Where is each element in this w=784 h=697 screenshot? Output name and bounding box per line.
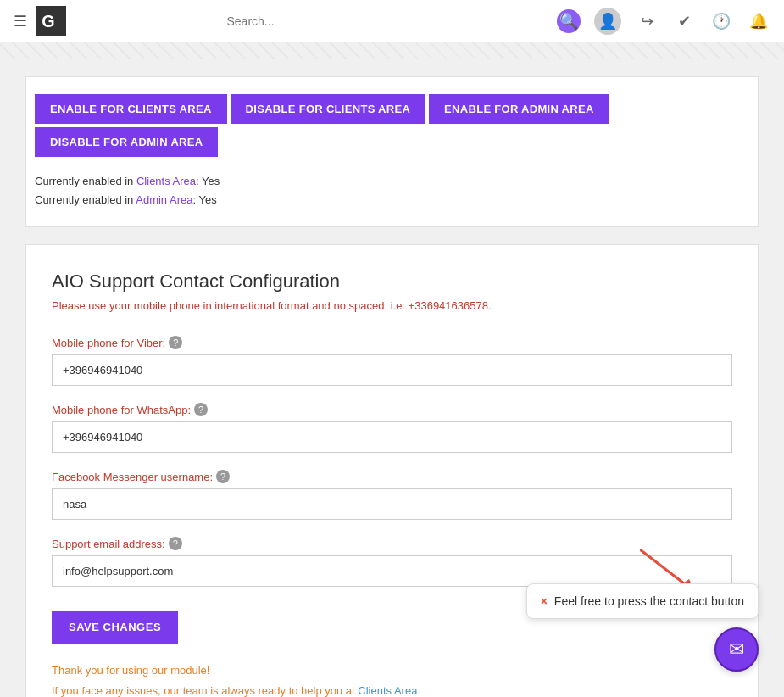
search-container <box>66 14 557 29</box>
status-text: Currently enabled in Clients Area: Yes C… <box>35 172 749 209</box>
header-icons: 🔍 👤 ↪ ✔ 🕐 🔔 <box>557 8 770 35</box>
viber-input[interactable] <box>52 354 732 386</box>
email-help-icon[interactable]: ? <box>169 537 182 550</box>
config-subtitle: Please use your mobile phone in internat… <box>52 299 732 312</box>
facebook-label: Facebook Messenger username: ? <box>52 470 732 483</box>
viber-field-group: Mobile phone for Viber: ? <box>52 336 732 386</box>
svg-text:G: G <box>42 12 54 31</box>
search-input[interactable] <box>227 14 397 28</box>
chat-bubble-close[interactable]: × <box>541 594 548 608</box>
chat-bubble: × Feel free to press the contact button <box>526 583 759 619</box>
facebook-help-icon[interactable]: ? <box>216 470 230 483</box>
email-label: Support email address: ? <box>52 537 732 550</box>
bell-icon[interactable]: 🔔 <box>747 9 770 33</box>
admin-area-highlight: Admin Area <box>136 193 192 206</box>
chat-widget: × Feel free to press the contact button … <box>526 575 759 672</box>
clients-area-link[interactable]: Clients Area <box>358 684 417 697</box>
disable-clients-button[interactable]: DISABLE FOR CLIENTS AREA <box>231 94 426 124</box>
enable-admin-button[interactable]: ENABLE FOR ADMIN AREA <box>429 94 609 124</box>
share-icon[interactable]: ↪ <box>635 9 659 33</box>
viber-help-icon[interactable]: ? <box>169 336 182 349</box>
chat-button[interactable]: ✉ <box>714 627 759 672</box>
avatar[interactable]: 👤 <box>594 8 621 35</box>
whatsapp-input[interactable] <box>52 421 732 453</box>
menu-icon[interactable]: ☰ <box>14 12 27 31</box>
save-changes-button[interactable]: SAVE CHANGES <box>52 611 178 644</box>
top-section: ENABLE FOR CLIENTS AREA DISABLE FOR CLIE… <box>25 76 759 227</box>
whatsapp-help-icon[interactable]: ? <box>194 403 208 416</box>
viber-label: Mobile phone for Viber: ? <box>52 336 732 349</box>
pattern-strip <box>0 42 784 59</box>
clock-icon[interactable]: 🕐 <box>709 9 733 33</box>
app-header: ☰ G 🔍 👤 ↪ ✔ 🕐 🔔 <box>0 0 784 42</box>
footer-line2: If you face any issues, our team is alwa… <box>52 681 732 697</box>
check-icon[interactable]: ✔ <box>672 9 696 33</box>
search-button[interactable]: 🔍 <box>557 9 581 33</box>
app-logo: G <box>36 6 66 36</box>
admin-area-status: Currently enabled in Admin Area: Yes <box>35 191 749 209</box>
disable-admin-button[interactable]: DISABLE FOR ADMIN AREA <box>35 127 218 157</box>
clients-area-status: Currently enabled in Clients Area: Yes <box>35 172 749 191</box>
envelope-icon: ✉ <box>729 638 744 661</box>
whatsapp-field-group: Mobile phone for WhatsApp: ? <box>52 403 732 453</box>
facebook-field-group: Facebook Messenger username: ? <box>52 470 732 520</box>
chat-bubble-text: Feel free to press the contact button <box>554 594 744 608</box>
enable-clients-button[interactable]: ENABLE FOR CLIENTS AREA <box>35 94 227 124</box>
clients-area-highlight: Clients Area <box>136 175 196 187</box>
top-buttons-row: ENABLE FOR CLIENTS AREA DISABLE FOR CLIE… <box>35 94 749 157</box>
facebook-input[interactable] <box>52 488 732 520</box>
config-title: AIO Support Contact Configuration <box>52 270 732 293</box>
whatsapp-label: Mobile phone for WhatsApp: ? <box>52 403 732 416</box>
